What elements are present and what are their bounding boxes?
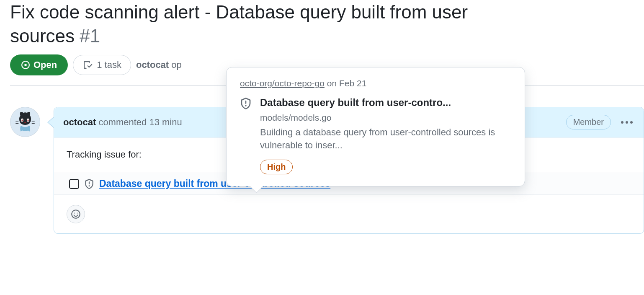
hovercard-date: on Feb 21 bbox=[327, 78, 367, 88]
hovercard-description: Building a database query from user-con­… bbox=[260, 126, 511, 152]
hovercard-repo-link[interactable]: octo-org/octo-repo-go bbox=[240, 78, 325, 88]
avatar[interactable] bbox=[10, 107, 40, 137]
svg-point-5 bbox=[28, 120, 29, 122]
tasklist-icon bbox=[82, 60, 93, 70]
svg-point-7 bbox=[72, 210, 80, 219]
hovercard-title: Database query built from user-contro... bbox=[260, 97, 511, 109]
smiley-icon bbox=[71, 209, 81, 219]
issue-number: #1 bbox=[80, 26, 100, 46]
svg-point-6 bbox=[24, 122, 26, 124]
comment-header-text: octocat commented 13 minu bbox=[63, 117, 182, 128]
svg-point-4 bbox=[22, 120, 23, 122]
author-link[interactable]: octocat bbox=[136, 60, 169, 70]
opened-action: op bbox=[171, 60, 181, 70]
hovercard-file-path: models/models.go bbox=[260, 113, 511, 123]
comment-author[interactable]: octocat bbox=[63, 117, 96, 127]
severity-badge: High bbox=[260, 160, 293, 174]
octocat-icon bbox=[13, 110, 37, 134]
issue-title-line1: Fix code scanning alert - Database query… bbox=[10, 2, 468, 22]
svg-point-8 bbox=[74, 213, 75, 214]
add-reaction-button[interactable] bbox=[67, 205, 85, 223]
tasks-count: 1 task bbox=[97, 60, 121, 70]
hovercard-repo-line: octo-org/octo-repo-go on Feb 21 bbox=[240, 78, 511, 88]
status-badge: Open bbox=[10, 54, 68, 75]
svg-point-9 bbox=[77, 213, 77, 214]
tasks-pill[interactable]: 1 task bbox=[73, 55, 131, 75]
comment-actions-menu[interactable] bbox=[619, 119, 634, 125]
issue-title-line2: sources bbox=[10, 26, 75, 46]
comment-timestamp: commented 13 minu bbox=[98, 117, 182, 127]
svg-point-1 bbox=[24, 64, 27, 67]
member-badge: Member bbox=[566, 115, 611, 129]
status-label: Open bbox=[33, 60, 57, 70]
alert-hovercard: octo-org/octo-repo-go on Feb 21 Database… bbox=[226, 67, 525, 186]
issue-open-icon bbox=[21, 60, 30, 70]
shield-alert-icon bbox=[240, 98, 252, 109]
issue-title: Fix code scanning alert - Database query… bbox=[10, 0, 644, 48]
opened-by-text: octocat op bbox=[136, 60, 182, 70]
task-checkbox[interactable] bbox=[69, 179, 79, 189]
shield-alert-icon bbox=[84, 179, 94, 189]
